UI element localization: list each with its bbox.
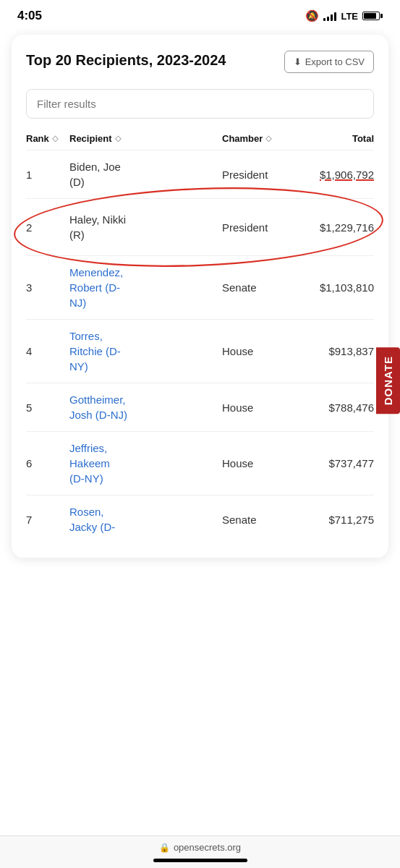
sort-chamber-icon: ◇ bbox=[265, 134, 271, 143]
table-row: 7 Rosen,Jacky (D- Senate $711,275 bbox=[26, 495, 374, 543]
card-header: Top 20 Recipients, 2023-2024 ⬇ Export to… bbox=[12, 35, 388, 85]
col-rank[interactable]: Rank ◇ bbox=[26, 133, 69, 144]
chamber-1: President bbox=[222, 169, 302, 181]
col-chamber[interactable]: Chamber ◇ bbox=[222, 133, 302, 144]
lock-icon: 🔒 bbox=[159, 843, 170, 853]
col-total: Total bbox=[302, 133, 374, 144]
rank-6: 6 bbox=[26, 457, 69, 469]
table-row: 4 Torres,Ritchie (D-NY) House $913,837 bbox=[26, 320, 374, 383]
filter-input[interactable] bbox=[26, 89, 374, 119]
total-6: $737,477 bbox=[302, 457, 374, 469]
total-7: $711,275 bbox=[302, 514, 374, 526]
chamber-7: Senate bbox=[222, 514, 302, 526]
export-label: Export to CSV bbox=[305, 56, 365, 67]
sort-recipient-icon: ◇ bbox=[115, 134, 121, 143]
table-header-row: Rank ◇ Recipient ◇ Chamber ◇ Total bbox=[26, 129, 374, 150]
status-bar: 4:05 🔕 LTE bbox=[0, 0, 400, 27]
status-icons: 🔕 LTE bbox=[305, 9, 383, 22]
lte-label: LTE bbox=[341, 11, 358, 22]
col-recipient[interactable]: Recipient ◇ bbox=[69, 133, 222, 144]
recipient-5[interactable]: Gottheimer,Josh (D-NJ) bbox=[69, 392, 222, 422]
recipient-3[interactable]: Menendez,Robert (D-NJ) bbox=[69, 265, 222, 310]
total-5: $788,476 bbox=[302, 401, 374, 414]
total-4: $913,837 bbox=[302, 345, 374, 357]
rank-2: 2 bbox=[26, 221, 69, 234]
signal-icon bbox=[323, 11, 336, 21]
rank-4: 4 bbox=[26, 345, 69, 357]
recipient-7[interactable]: Rosen,Jacky (D- bbox=[69, 504, 222, 535]
rank-1: 1 bbox=[26, 169, 69, 181]
browser-footer: 🔒 opensecrets.org bbox=[0, 835, 400, 868]
recipient-4[interactable]: Torres,Ritchie (D-NY) bbox=[69, 328, 222, 374]
sort-rank-icon: ◇ bbox=[52, 134, 58, 143]
table-row: 5 Gottheimer,Josh (D-NJ) House $788,476 bbox=[26, 383, 374, 432]
table-row: 3 Menendez,Robert (D-NJ) Senate $1,103,8… bbox=[26, 256, 374, 320]
total-2: $1,229,716 bbox=[302, 221, 374, 234]
chamber-4: House bbox=[222, 345, 302, 357]
rank-3: 3 bbox=[26, 281, 69, 294]
chamber-6: House bbox=[222, 457, 302, 469]
rank-7: 7 bbox=[26, 514, 69, 526]
filter-section bbox=[12, 85, 388, 129]
rank-5: 5 bbox=[26, 401, 69, 414]
recipient-2: Haley, Nikki(R) bbox=[69, 212, 222, 242]
page-title: Top 20 Recipients, 2023-2024 bbox=[26, 51, 276, 69]
table-row: 1 Biden, Joe(D) President $1,906,792 bbox=[26, 150, 374, 199]
total-3: $1,103,810 bbox=[302, 281, 374, 294]
table-row: 6 Jeffries,Hakeem(D-NY) House $737,477 bbox=[26, 432, 374, 495]
chamber-5: House bbox=[222, 401, 302, 414]
export-button[interactable]: ⬇ Export to CSV bbox=[284, 51, 374, 73]
main-card: Top 20 Recipients, 2023-2024 ⬇ Export to… bbox=[12, 35, 388, 558]
table-row: 2 Haley, Nikki(R) President $1,229,716 bbox=[26, 199, 374, 256]
bell-mute-icon: 🔕 bbox=[305, 9, 319, 22]
battery-icon bbox=[362, 12, 383, 20]
status-time: 4:05 bbox=[17, 9, 42, 23]
results-table: Rank ◇ Recipient ◇ Chamber ◇ Total 1 Bid… bbox=[12, 129, 388, 543]
chamber-3: Senate bbox=[222, 281, 302, 294]
url-bar: 🔒 opensecrets.org bbox=[0, 842, 400, 853]
total-1: $1,906,792 bbox=[302, 169, 374, 181]
recipient-6[interactable]: Jeffries,Hakeem(D-NY) bbox=[69, 441, 222, 486]
donate-button[interactable]: DONATE bbox=[376, 347, 400, 414]
download-icon: ⬇ bbox=[294, 56, 302, 67]
home-indicator bbox=[153, 859, 247, 862]
chamber-2: President bbox=[222, 221, 302, 234]
url-text: opensecrets.org bbox=[174, 842, 241, 853]
recipient-1: Biden, Joe(D) bbox=[69, 159, 222, 190]
